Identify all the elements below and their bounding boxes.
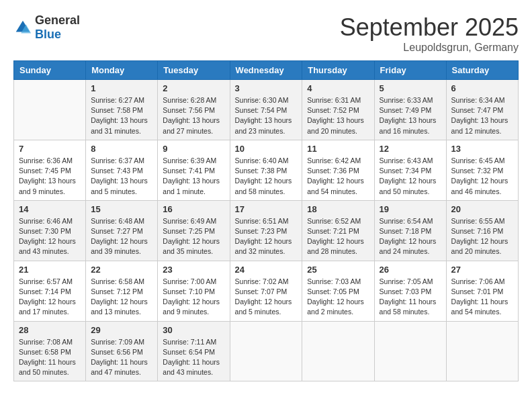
calendar-cell xyxy=(230,321,302,381)
calendar-cell: 20Sunrise: 6:55 AMSunset: 7:16 PMDayligh… xyxy=(446,200,518,261)
title-block: September 2025 Leupoldsgrun, Germany xyxy=(340,13,519,54)
day-number: 20 xyxy=(451,204,513,214)
location: Leupoldsgrun, Germany xyxy=(340,42,519,54)
logo-icon xyxy=(13,18,32,37)
month-title: September 2025 xyxy=(340,13,519,42)
day-info: Sunrise: 6:46 AMSunset: 7:30 PMDaylight:… xyxy=(19,216,81,257)
calendar-cell: 28Sunrise: 7:08 AMSunset: 6:58 PMDayligh… xyxy=(14,321,86,381)
calendar-cell: 19Sunrise: 6:54 AMSunset: 7:18 PMDayligh… xyxy=(374,200,446,261)
day-number: 25 xyxy=(307,265,369,275)
calendar-cell: 5Sunrise: 6:33 AMSunset: 7:49 PMDaylight… xyxy=(374,80,446,140)
day-info: Sunrise: 6:42 AMSunset: 7:36 PMDaylight:… xyxy=(307,156,369,197)
day-info: Sunrise: 6:43 AMSunset: 7:34 PMDaylight:… xyxy=(380,156,441,197)
calendar-cell: 2Sunrise: 6:28 AMSunset: 7:56 PMDaylight… xyxy=(158,80,230,140)
calendar-cell: 16Sunrise: 6:49 AMSunset: 7:25 PMDayligh… xyxy=(158,200,230,261)
day-info: Sunrise: 7:05 AMSunset: 7:03 PMDaylight:… xyxy=(380,277,441,318)
calendar-cell: 1Sunrise: 6:27 AMSunset: 7:58 PMDaylight… xyxy=(86,80,158,140)
day-number: 19 xyxy=(380,204,441,214)
day-header-monday: Monday xyxy=(86,61,158,80)
day-number: 23 xyxy=(163,265,224,275)
logo-blue: Blue xyxy=(35,28,61,41)
day-number: 28 xyxy=(19,325,81,335)
day-number: 3 xyxy=(235,83,298,93)
day-info: Sunrise: 6:49 AMSunset: 7:25 PMDaylight:… xyxy=(163,216,224,257)
calendar-cell: 14Sunrise: 6:46 AMSunset: 7:30 PMDayligh… xyxy=(14,200,86,261)
calendar-cell: 9Sunrise: 6:39 AMSunset: 7:41 PMDaylight… xyxy=(158,140,230,200)
calendar-cell: 29Sunrise: 7:09 AMSunset: 6:56 PMDayligh… xyxy=(86,321,158,381)
day-header-friday: Friday xyxy=(374,61,446,80)
day-number: 1 xyxy=(91,83,152,93)
calendar-week-row: 28Sunrise: 7:08 AMSunset: 6:58 PMDayligh… xyxy=(14,321,519,381)
day-info: Sunrise: 6:36 AMSunset: 7:45 PMDaylight:… xyxy=(19,156,81,197)
day-info: Sunrise: 6:55 AMSunset: 7:16 PMDaylight:… xyxy=(451,216,513,257)
day-info: Sunrise: 6:31 AMSunset: 7:52 PMDaylight:… xyxy=(307,95,369,136)
day-number: 26 xyxy=(380,265,441,275)
calendar-cell: 17Sunrise: 6:51 AMSunset: 7:23 PMDayligh… xyxy=(230,200,302,261)
calendar-cell: 23Sunrise: 7:00 AMSunset: 7:10 PMDayligh… xyxy=(158,261,230,321)
calendar-cell: 26Sunrise: 7:05 AMSunset: 7:03 PMDayligh… xyxy=(374,261,446,321)
day-info: Sunrise: 6:34 AMSunset: 7:47 PMDaylight:… xyxy=(451,95,513,136)
calendar-cell: 18Sunrise: 6:52 AMSunset: 7:21 PMDayligh… xyxy=(302,200,374,261)
calendar-cell xyxy=(302,321,374,381)
calendar-table: SundayMondayTuesdayWednesdayThursdayFrid… xyxy=(13,60,519,381)
day-info: Sunrise: 6:57 AMSunset: 7:14 PMDaylight:… xyxy=(19,277,81,318)
calendar-cell: 25Sunrise: 7:03 AMSunset: 7:05 PMDayligh… xyxy=(302,261,374,321)
calendar-cell: 12Sunrise: 6:43 AMSunset: 7:34 PMDayligh… xyxy=(374,140,446,200)
calendar-cell: 15Sunrise: 6:48 AMSunset: 7:27 PMDayligh… xyxy=(86,200,158,261)
calendar-cell: 13Sunrise: 6:45 AMSunset: 7:32 PMDayligh… xyxy=(446,140,518,200)
day-number: 29 xyxy=(91,325,152,335)
calendar-week-row: 21Sunrise: 6:57 AMSunset: 7:14 PMDayligh… xyxy=(14,261,519,321)
day-number: 2 xyxy=(163,83,224,93)
day-info: Sunrise: 6:48 AMSunset: 7:27 PMDaylight:… xyxy=(91,216,152,257)
day-info: Sunrise: 6:54 AMSunset: 7:18 PMDaylight:… xyxy=(380,216,441,257)
day-number: 12 xyxy=(380,144,441,154)
day-number: 21 xyxy=(19,265,81,275)
day-info: Sunrise: 6:45 AMSunset: 7:32 PMDaylight:… xyxy=(451,156,513,197)
calendar-header-row: SundayMondayTuesdayWednesdayThursdayFrid… xyxy=(14,61,519,80)
day-number: 10 xyxy=(235,144,298,154)
day-info: Sunrise: 6:28 AMSunset: 7:56 PMDaylight:… xyxy=(163,95,224,136)
day-info: Sunrise: 7:00 AMSunset: 7:10 PMDaylight:… xyxy=(163,277,224,318)
day-info: Sunrise: 7:09 AMSunset: 6:56 PMDaylight:… xyxy=(91,337,152,378)
calendar-cell xyxy=(14,80,86,140)
day-header-tuesday: Tuesday xyxy=(158,61,230,80)
calendar-cell: 7Sunrise: 6:36 AMSunset: 7:45 PMDaylight… xyxy=(14,140,86,200)
day-info: Sunrise: 6:40 AMSunset: 7:38 PMDaylight:… xyxy=(235,156,298,197)
calendar-cell: 21Sunrise: 6:57 AMSunset: 7:14 PMDayligh… xyxy=(14,261,86,321)
day-number: 9 xyxy=(163,144,224,154)
logo: General Blue xyxy=(13,13,80,42)
day-number: 15 xyxy=(91,204,152,214)
day-number: 18 xyxy=(307,204,369,214)
day-info: Sunrise: 7:06 AMSunset: 7:01 PMDaylight:… xyxy=(451,277,513,318)
day-number: 22 xyxy=(91,265,152,275)
calendar-cell: 3Sunrise: 6:30 AMSunset: 7:54 PMDaylight… xyxy=(230,80,302,140)
calendar-cell xyxy=(374,321,446,381)
calendar-cell: 8Sunrise: 6:37 AMSunset: 7:43 PMDaylight… xyxy=(86,140,158,200)
day-number: 8 xyxy=(91,144,152,154)
calendar-week-row: 14Sunrise: 6:46 AMSunset: 7:30 PMDayligh… xyxy=(14,200,519,261)
day-header-thursday: Thursday xyxy=(302,61,374,80)
calendar-week-row: 1Sunrise: 6:27 AMSunset: 7:58 PMDaylight… xyxy=(14,80,519,140)
calendar-cell: 11Sunrise: 6:42 AMSunset: 7:36 PMDayligh… xyxy=(302,140,374,200)
calendar-cell: 10Sunrise: 6:40 AMSunset: 7:38 PMDayligh… xyxy=(230,140,302,200)
day-number: 6 xyxy=(451,83,513,93)
day-number: 7 xyxy=(19,144,81,154)
day-number: 16 xyxy=(163,204,224,214)
day-header-sunday: Sunday xyxy=(14,61,86,80)
day-number: 13 xyxy=(451,144,513,154)
day-number: 5 xyxy=(380,83,441,93)
calendar-cell: 27Sunrise: 7:06 AMSunset: 7:01 PMDayligh… xyxy=(446,261,518,321)
day-info: Sunrise: 6:33 AMSunset: 7:49 PMDaylight:… xyxy=(380,95,441,136)
day-info: Sunrise: 7:11 AMSunset: 6:54 PMDaylight:… xyxy=(163,337,224,378)
day-number: 4 xyxy=(307,83,369,93)
day-info: Sunrise: 7:03 AMSunset: 7:05 PMDaylight:… xyxy=(307,277,369,318)
day-info: Sunrise: 6:51 AMSunset: 7:23 PMDaylight:… xyxy=(235,216,298,257)
day-info: Sunrise: 6:52 AMSunset: 7:21 PMDaylight:… xyxy=(307,216,369,257)
day-header-saturday: Saturday xyxy=(446,61,518,80)
day-info: Sunrise: 6:30 AMSunset: 7:54 PMDaylight:… xyxy=(235,95,298,136)
day-header-wednesday: Wednesday xyxy=(230,61,302,80)
day-number: 24 xyxy=(235,265,298,275)
calendar-cell: 4Sunrise: 6:31 AMSunset: 7:52 PMDaylight… xyxy=(302,80,374,140)
day-number: 17 xyxy=(235,204,298,214)
day-number: 14 xyxy=(19,204,81,214)
